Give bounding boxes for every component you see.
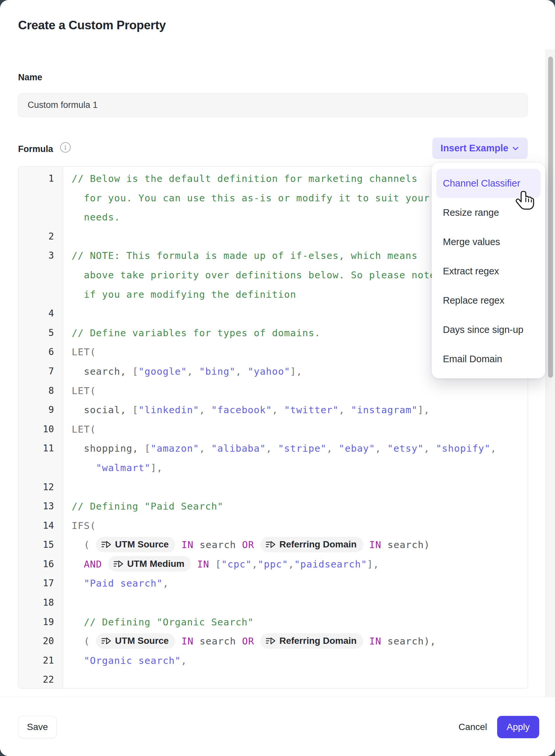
name-input[interactable]: [18, 93, 528, 117]
create-custom-property-dialog: Create a Custom Property Name Formula i …: [0, 0, 555, 756]
line-number: [18, 285, 63, 304]
property-pill-label: UTM Source: [115, 535, 169, 554]
line-number: 20: [18, 632, 63, 651]
property-icon: [266, 540, 275, 549]
line-number: 3: [18, 246, 63, 266]
line-number: 4: [18, 304, 63, 323]
dropdown-item-email-domain[interactable]: Email Domain: [436, 345, 541, 374]
code-row: 19 // Defining "Organic Search": [18, 612, 528, 632]
property-icon: [266, 637, 275, 645]
dropdown-item-days-since-sign-up[interactable]: Days since sign-up: [436, 315, 541, 345]
code-row: 13// Defining "Paid Search": [18, 497, 528, 516]
apply-button[interactable]: Apply: [497, 716, 539, 738]
line-number: 6: [18, 343, 63, 362]
code-row: 20 ( UTM Source IN search OR Referring D…: [18, 632, 528, 651]
line-number: 16: [18, 555, 63, 574]
property-pill-utm-source[interactable]: UTM Source: [96, 633, 175, 649]
code-row: 18: [18, 593, 528, 612]
name-label: Name: [18, 72, 42, 83]
property-icon: [101, 637, 111, 645]
property-pill-utm-medium[interactable]: UTM Medium: [108, 556, 191, 571]
cancel-button[interactable]: Cancel: [453, 716, 493, 738]
code-row: 12: [18, 478, 528, 497]
line-number: 13: [18, 497, 63, 516]
line-number: 5: [18, 323, 63, 343]
property-pill-utm-source[interactable]: UTM Source: [96, 537, 175, 552]
line-number: 2: [18, 227, 63, 246]
code-row: 10LET(: [18, 420, 528, 439]
line-number: 21: [18, 651, 63, 671]
line-number: [18, 266, 63, 285]
chevron-down-icon: [512, 145, 519, 152]
code-row: 17 "Paid search",: [18, 574, 528, 593]
dropdown-item-merge-values[interactable]: Merge values: [436, 227, 541, 256]
property-pill-referring-domain[interactable]: Referring Domain: [260, 633, 363, 649]
insert-example-button[interactable]: Insert Example: [432, 137, 528, 159]
property-pill-label: UTM Medium: [127, 554, 184, 574]
line-number: 1: [18, 169, 63, 189]
line-number: 22: [18, 670, 63, 688]
code-row: 16 AND UTM Medium IN ["cpc","ppc","paids…: [18, 555, 528, 574]
hand-cursor-icon: [515, 190, 535, 212]
dialog-title: Create a Custom Property: [18, 18, 166, 32]
line-number: 10: [18, 420, 63, 439]
property-pill-label: Referring Domain: [280, 535, 357, 554]
code-row: 14IFS(: [18, 516, 528, 535]
formula-label: Formula: [18, 144, 53, 154]
line-number: 11: [18, 439, 63, 458]
line-number: 7: [18, 362, 63, 381]
code-row: 21 "Organic search",: [18, 651, 528, 671]
dropdown-item-extract-regex[interactable]: Extract regex: [436, 256, 541, 286]
scrollbar-track[interactable]: [546, 49, 555, 697]
code-row: 11 shopping, ["amazon", "alibaba", "stri…: [18, 439, 528, 458]
code-row: 8LET(: [18, 381, 528, 401]
save-button[interactable]: Save: [18, 716, 57, 738]
property-icon: [101, 540, 111, 549]
code-row: 15 ( UTM Source IN search OR Referring D…: [18, 535, 528, 555]
code-row: 22: [18, 670, 528, 688]
property-pill-label: UTM Source: [115, 631, 169, 651]
property-pill-label: Referring Domain: [280, 631, 357, 651]
line-number: [18, 189, 63, 208]
line-number: 15: [18, 535, 63, 555]
property-icon: [114, 560, 123, 568]
insert-example-label: Insert Example: [440, 143, 508, 154]
line-number: [18, 208, 63, 227]
line-number: 8: [18, 381, 63, 401]
code-row: "walmart"],: [18, 458, 528, 478]
dialog-footer: Save Cancel Apply: [0, 697, 555, 756]
dropdown-item-replace-regex[interactable]: Replace regex: [436, 286, 541, 315]
info-icon[interactable]: i: [60, 142, 71, 153]
line-number: 19: [18, 612, 63, 632]
line-number: 14: [18, 516, 63, 535]
code-row: 9 social, ["linkedin", "facebook", "twit…: [18, 400, 528, 420]
line-number: 18: [18, 593, 63, 612]
line-number: [18, 458, 63, 478]
scrollbar-thumb[interactable]: [548, 56, 553, 378]
line-number: 12: [18, 478, 63, 497]
line-number: 17: [18, 574, 63, 593]
line-number: 9: [18, 400, 63, 420]
property-pill-referring-domain[interactable]: Referring Domain: [260, 537, 363, 552]
